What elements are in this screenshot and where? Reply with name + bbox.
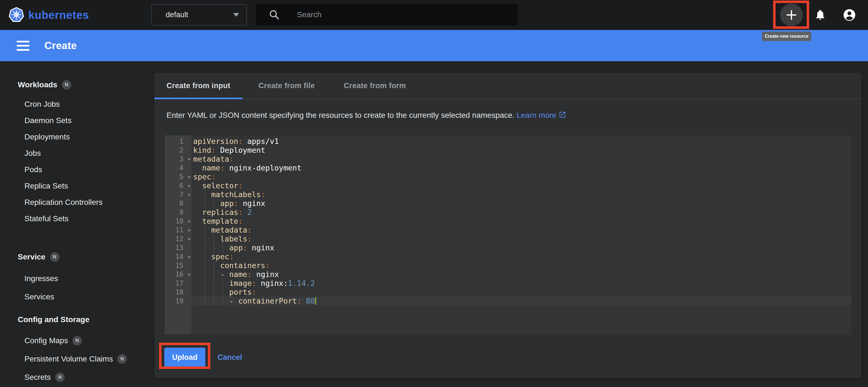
code-token: apps/v1 [243,137,279,145]
gutter-line-number[interactable]: 2 [165,146,191,155]
sidebar-item-config-maps[interactable]: Config MapsN [0,331,154,350]
tab-create-from-input[interactable]: Create from input [154,73,243,99]
sidebar-item-daemon-sets[interactable]: Daemon Sets [0,112,154,129]
indent-guide [205,296,205,306]
fold-arrow-icon[interactable]: ▾ [188,155,190,164]
tab-create-from-form[interactable]: Create from form [331,73,419,99]
fold-arrow-icon[interactable]: ▾ [188,182,190,190]
code-token: spec [193,172,211,181]
cancel-button[interactable]: Cancel [218,353,242,362]
indent-guide [205,270,205,279]
fold-arrow-icon[interactable]: ▾ [188,252,190,261]
editor-code[interactable]: apiVersion: apps/v1kind: Deploymentmetad… [191,135,851,334]
gutter-line-number[interactable]: 17 [165,279,191,288]
yaml-editor[interactable]: 123▾45▾6▾7▾8910▾11▾12▾1314▾1516▾171819 a… [165,135,851,334]
code-line-8[interactable]: app: nginx [191,199,851,208]
code-line-13[interactable]: app: nginx [191,243,851,252]
code-line-18[interactable]: ports: [191,288,851,296]
search-bar[interactable] [256,4,518,26]
indent-guide [205,199,205,208]
gutter-line-number[interactable]: 12▾ [165,235,191,243]
sidebar-item-persistent-volume-claims[interactable]: Persistent Volume ClaimsN [0,350,154,368]
code-line-15[interactable]: containers: [191,261,851,270]
gutter-line-number[interactable]: 16▾ [165,270,191,279]
gutter-line-number[interactable]: 6▾ [165,181,191,190]
sidebar-item-secrets[interactable]: SecretsN [0,368,154,386]
code-token: : [238,217,243,225]
code-line-5[interactable]: spec: [191,172,851,181]
code-token: metadata [193,155,229,163]
gutter-line-number[interactable]: 1 [165,137,191,146]
code-line-10[interactable]: template: [191,217,851,226]
tab-create-from-file[interactable]: Create from file [243,73,331,99]
search-icon [269,9,280,20]
gutter-line-number[interactable]: 3▾ [165,155,191,164]
namespaced-badge: N [72,336,82,345]
fold-arrow-icon[interactable]: ▾ [188,217,190,226]
sidebar-item-jobs[interactable]: Jobs [0,145,154,161]
sidebar-group-workloads[interactable]: WorkloadsN [0,79,154,91]
code-line-1[interactable]: apiVersion: apps/v1 [191,137,851,146]
fold-arrow-icon[interactable]: ▾ [188,226,190,235]
sidebar-group-config-and-storage[interactable]: Config and Storage [0,314,154,325]
gutter-line-number[interactable]: 8 [165,199,191,208]
code-line-14[interactable]: spec: [191,252,851,261]
code-token: nginx-deployment [225,164,301,172]
gutter-line-number[interactable]: 15 [165,261,191,270]
sidebar-item-ingresses[interactable]: Ingresses [0,270,154,288]
indent-guide [213,199,214,208]
code-line-11[interactable]: metadata: [191,226,851,235]
code-line-16[interactable]: - name: nginx [191,270,851,279]
namespace-selector[interactable]: default [151,4,247,26]
fold-arrow-icon[interactable]: ▾ [188,270,190,279]
kubernetes-brand[interactable]: kubernetes [8,0,89,30]
create-new-resource-button[interactable] [780,4,803,26]
code-line-2[interactable]: kind: Deployment [191,146,851,155]
sidebar-item-deployments[interactable]: Deployments [0,129,154,145]
sidebar-item-services[interactable]: Services [0,288,154,306]
code-token: 2 [243,208,252,216]
gutter-line-number[interactable]: 7▾ [165,190,191,199]
learn-more-link[interactable]: Learn more [517,111,566,119]
indent-guide [213,288,214,296]
code-token: Deployment [216,146,265,154]
gutter-line-number[interactable]: 9 [165,208,191,217]
sidebar-item-pods[interactable]: Pods [0,161,154,178]
fold-arrow-icon[interactable]: ▾ [188,235,190,244]
code-line-4[interactable]: name: nginx-deployment [191,164,851,172]
indent-guide [205,226,205,235]
sidebar-item-stateful-sets[interactable]: Stateful Sets [0,210,154,227]
gutter-line-number[interactable]: 13 [165,243,191,252]
code-token: matchLabels [211,190,261,199]
code-line-7[interactable]: matchLabels: [191,190,851,199]
gutter-line-number[interactable]: 19 [165,296,191,306]
gutter-line-number[interactable]: 14▾ [165,252,191,261]
code-line-6[interactable]: selector: [191,181,851,190]
gutter-line-number[interactable]: 4 [165,164,191,172]
fold-arrow-icon[interactable]: ▾ [188,190,190,199]
gutter-line-number[interactable]: 18 [165,288,191,296]
code-line-12[interactable]: labels: [191,235,851,243]
code-line-9[interactable]: replicas: 2 [191,208,851,217]
hamburger-menu-icon[interactable] [17,30,29,61]
code-line-17[interactable]: image: nginx:1.14.2 [191,279,851,288]
gutter-line-number[interactable]: 10▾ [165,217,191,226]
code-token: spec [211,252,229,261]
editor-gutter: 123▾45▾6▾7▾8910▾11▾12▾1314▾1516▾171819 [165,135,191,334]
code-token: apiVersion [193,137,238,145]
search-input[interactable] [297,10,463,19]
code-line-19[interactable]: - containerPort: 80 [191,296,851,306]
code-line-3[interactable]: metadata: [191,155,851,164]
notifications-button[interactable] [814,9,826,22]
sidebar-item-replica-sets[interactable]: Replica Sets [0,178,154,194]
sidebar-item-replication-controllers[interactable]: Replication Controllers [0,194,154,210]
sidebar-group-service[interactable]: ServiceN [0,251,154,262]
sidebar-item-cron-jobs[interactable]: Cron Jobs [0,96,154,112]
upload-button[interactable]: Upload [164,348,205,367]
gutter-line-number[interactable]: 5▾ [165,172,191,181]
code-token: name [202,164,220,172]
code-token: nginx [238,199,266,208]
fold-arrow-icon[interactable]: ▾ [188,173,190,182]
account-button[interactable] [843,9,856,21]
gutter-line-number[interactable]: 11▾ [165,226,191,235]
